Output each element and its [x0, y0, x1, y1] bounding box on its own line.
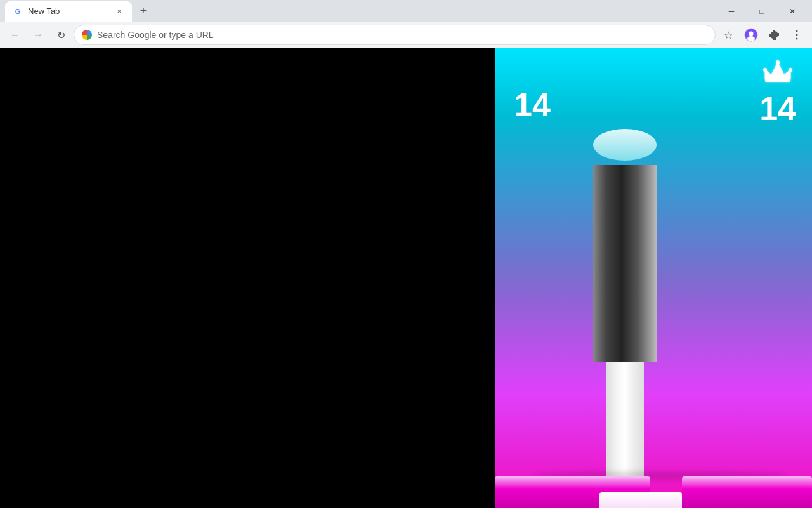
left-panel: [0, 48, 247, 508]
svg-point-11: [776, 60, 780, 64]
profile-button[interactable]: [741, 25, 761, 45]
cylinder-top: [593, 129, 657, 161]
bookmark-button[interactable]: ☆: [718, 25, 738, 45]
back-button[interactable]: ←: [5, 25, 25, 45]
maximize-button[interactable]: □: [747, 1, 776, 22]
nav-bar: ← → ↻ Search Google or type a URL ☆: [0, 22, 812, 48]
new-tab-button[interactable]: +: [134, 3, 152, 20]
platform-center: [599, 492, 682, 508]
svg-point-7: [796, 38, 798, 40]
svg-marker-8: [765, 62, 790, 79]
svg-point-3: [749, 32, 754, 36]
address-bar[interactable]: Search Google or type a URL: [74, 25, 716, 45]
score-right: 14: [759, 90, 796, 128]
game-canvas: 14 14: [495, 48, 812, 508]
svg-point-12: [789, 68, 792, 72]
platform-right: [682, 476, 812, 508]
svg-rect-9: [765, 78, 790, 82]
cylinder-body: [593, 165, 657, 362]
toolbar-icons: ☆: [718, 25, 807, 45]
tab-title: New Tab: [28, 6, 109, 16]
tab-close-button[interactable]: ×: [114, 6, 124, 17]
extensions-button[interactable]: [764, 25, 784, 45]
close-button[interactable]: ✕: [778, 1, 807, 22]
tab-favicon: G: [13, 6, 23, 17]
menu-button[interactable]: [787, 25, 807, 45]
forward-button[interactable]: →: [28, 25, 48, 45]
svg-point-6: [796, 34, 798, 36]
svg-point-5: [796, 30, 798, 32]
google-logo: [82, 30, 92, 40]
svg-point-4: [747, 36, 755, 41]
score-right-area: 14: [759, 57, 796, 128]
address-text: Search Google or type a URL: [97, 30, 707, 40]
reload-button[interactable]: ↻: [51, 25, 71, 45]
title-bar: G New Tab × + ─ □ ✕: [0, 0, 812, 22]
active-tab[interactable]: G New Tab ×: [5, 1, 132, 22]
crown-icon: [762, 57, 794, 88]
svg-text:G: G: [15, 8, 21, 15]
window-controls: ─ □ ✕: [717, 1, 807, 22]
content-area: 14 14: [0, 48, 812, 508]
game-wrapper[interactable]: 14 14: [495, 48, 812, 508]
minimize-button[interactable]: ─: [717, 1, 746, 22]
chrome-frame: G New Tab × + ─ □ ✕ ← → ↻ Search Google …: [0, 0, 812, 508]
score-left: 14: [514, 86, 551, 124]
svg-point-10: [763, 68, 767, 72]
